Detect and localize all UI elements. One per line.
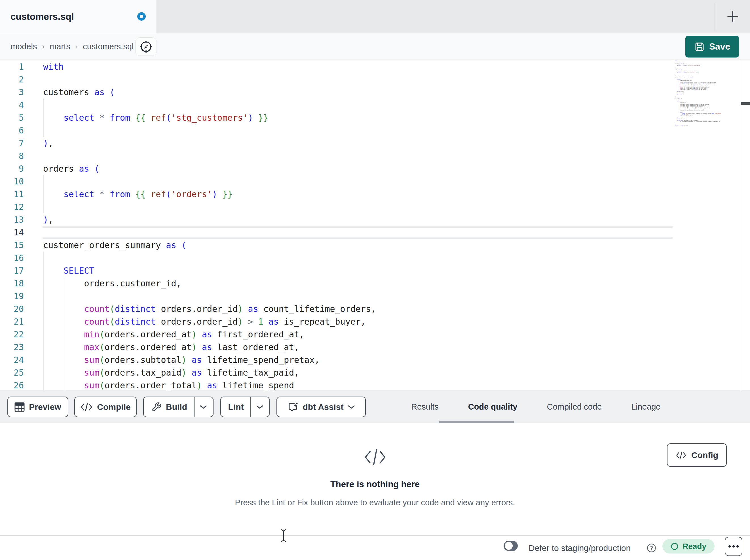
code-line[interactable]: 10 xyxy=(0,175,674,188)
line-number: 19 xyxy=(0,291,43,301)
line-number: 22 xyxy=(0,329,43,339)
line-number: 26 xyxy=(0,380,43,390)
code-line[interactable]: 2 xyxy=(0,73,674,86)
line-number: 18 xyxy=(0,278,43,288)
compile-button[interactable]: Compile xyxy=(74,397,137,417)
unsaved-changes-indicator xyxy=(137,12,146,21)
lint-dropdown-button[interactable] xyxy=(251,397,269,417)
code-line[interactable]: 25 sum(orders.tax_paid) as lifetime_tax_… xyxy=(0,366,674,379)
code-line[interactable]: 11 select * from {{ ref('orders') }} xyxy=(0,188,674,201)
code-line-text: select * from {{ ref('stg_customers') }} xyxy=(43,113,269,123)
new-tab-button[interactable] xyxy=(725,8,741,24)
code-line[interactable]: 21 count(distinct orders.order_id) > 1 a… xyxy=(0,315,674,328)
code-line[interactable]: 12 xyxy=(0,201,674,213)
lint-button[interactable]: Lint xyxy=(221,397,251,417)
chevron-right-icon: › xyxy=(75,42,78,51)
code-lines: 1with23customers as (45 select * from {{… xyxy=(0,60,674,390)
editor-toolbar: Preview Compile Build Lin xyxy=(0,390,750,423)
code-editor[interactable]: 1with23customers as (45 select * from {{… xyxy=(0,60,750,390)
code-line-text: with xyxy=(43,62,63,72)
tab-compiled-code[interactable]: Compiled code xyxy=(532,390,616,423)
wrench-icon xyxy=(152,402,162,412)
code-line[interactable]: 6 xyxy=(0,124,674,137)
code-line[interactable]: 4 xyxy=(0,99,674,111)
breadcrumb-item-marts[interactable]: marts xyxy=(50,42,70,51)
breadcrumb: models › marts › customers.sql xyxy=(11,34,134,60)
code-line[interactable]: 22 min(orders.ordered_at) as first_order… xyxy=(0,328,674,341)
preview-button[interactable]: Preview xyxy=(7,397,68,417)
code-line-text: select * from {{ ref('orders') }} xyxy=(43,189,233,199)
dbt-assist-button-label: dbt Assist xyxy=(303,402,344,412)
tab-bar: customers.sql xyxy=(0,0,750,34)
line-number: 21 xyxy=(0,317,43,327)
code-line[interactable]: 7), xyxy=(0,137,674,149)
tab-lineage[interactable]: Lineage xyxy=(616,390,675,423)
file-tab-title: customers.sql xyxy=(11,11,74,22)
line-number: 10 xyxy=(0,177,43,186)
code-line[interactable]: 13), xyxy=(0,213,674,226)
status-circle-icon xyxy=(671,542,678,551)
build-dropdown-button[interactable] xyxy=(195,397,212,417)
dbt-assist-button[interactable]: dbt Assist xyxy=(276,397,366,417)
file-tab-customers-sql[interactable]: customers.sql xyxy=(0,0,157,34)
build-split-button: Build xyxy=(143,397,214,417)
code-line[interactable]: 3customers as ( xyxy=(0,86,674,99)
open-in-lineage-button[interactable] xyxy=(135,37,157,56)
code-line[interactable]: 19 xyxy=(0,290,674,303)
line-number: 12 xyxy=(0,202,43,212)
code-line-text: SELECT xyxy=(43,266,94,276)
code-line[interactable]: 15customer_orders_summary as ( xyxy=(0,239,674,251)
code-line[interactable]: 8 xyxy=(0,149,674,162)
build-button[interactable]: Build xyxy=(145,397,194,417)
config-button[interactable]: Config xyxy=(667,443,727,467)
empty-state-title: There is nothing here xyxy=(0,479,750,490)
line-number: 11 xyxy=(0,189,43,199)
code-line[interactable]: 5 select * from {{ ref('stg_customers') … xyxy=(0,111,674,124)
code-line[interactable]: 18 orders.customer_id, xyxy=(0,277,674,290)
code-line-text: orders.customer_id, xyxy=(43,278,181,288)
chevron-down-icon xyxy=(348,405,355,409)
line-number: 2 xyxy=(0,75,43,84)
code-line[interactable]: 20 count(distinct orders.order_id) as co… xyxy=(0,303,674,315)
ellipsis-icon xyxy=(728,545,731,547)
line-number: 24 xyxy=(0,355,43,365)
editor-scrollbar-marker[interactable] xyxy=(741,102,750,105)
tab-results[interactable]: Results xyxy=(396,390,453,423)
dbt-ide-window: customers.sql models › marts › customers… xyxy=(0,0,750,560)
code-line[interactable]: 9orders as ( xyxy=(0,162,674,175)
minimap[interactable]: with customers as ( select * from {{ ref… xyxy=(675,60,739,389)
lint-button-label: Lint xyxy=(228,402,244,412)
code-slash-icon xyxy=(0,448,750,466)
defer-toggle[interactable] xyxy=(504,541,518,551)
chevron-down-icon xyxy=(200,405,207,409)
line-number: 1 xyxy=(0,62,43,72)
save-button[interactable]: Save xyxy=(685,36,739,58)
line-number: 3 xyxy=(0,87,43,97)
plus-icon xyxy=(726,10,739,23)
code-line[interactable]: 14 xyxy=(0,226,674,239)
toggle-knob xyxy=(505,542,513,550)
code-line-text: customer_orders_summary as ( xyxy=(43,240,186,250)
active-tab-underline xyxy=(439,421,514,423)
code-line[interactable]: 23 max(orders.ordered_at) as last_ordere… xyxy=(0,341,674,353)
code-line[interactable]: 17 SELECT xyxy=(0,264,674,277)
minimap-divider xyxy=(740,60,741,390)
code-line[interactable]: 16 xyxy=(0,251,674,264)
help-icon[interactable]: ? xyxy=(647,543,656,553)
code-line-text: sum(orders.tax_paid) as lifetime_tax_pai… xyxy=(43,368,299,378)
line-number: 5 xyxy=(0,113,43,123)
line-number: 20 xyxy=(0,304,43,314)
code-line-text: count(distinct orders.order_id) > 1 as i… xyxy=(43,317,366,327)
line-number: 6 xyxy=(0,125,43,136)
code-line-text: ), xyxy=(43,138,53,148)
code-line[interactable]: 24 sum(orders.subtotal) as lifetime_spen… xyxy=(0,353,674,366)
assist-sparkle-chat-icon xyxy=(287,401,299,413)
more-options-button[interactable] xyxy=(725,537,742,556)
breadcrumb-item-models[interactable]: models xyxy=(11,42,37,51)
code-line[interactable]: 1with xyxy=(0,60,674,73)
code-line[interactable]: 26 sum(orders.order_total) as lifetime_s… xyxy=(0,379,674,390)
code-line-text: sum(orders.order_total) as lifetime_spen… xyxy=(43,380,294,390)
svg-text:?: ? xyxy=(650,545,653,551)
code-line-text: orders as ( xyxy=(43,164,100,174)
tab-code-quality[interactable]: Code quality xyxy=(453,390,532,423)
